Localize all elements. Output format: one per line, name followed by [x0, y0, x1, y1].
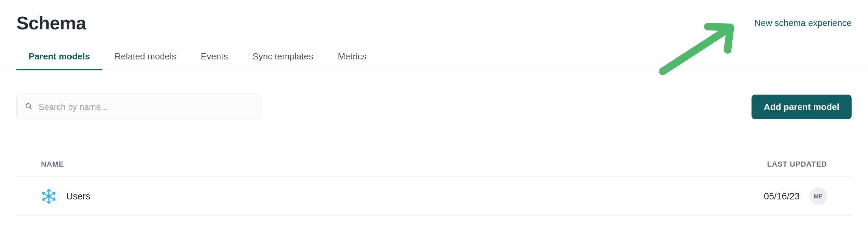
page-header: Schema New schema experience — [16, 0, 852, 33]
svg-line-1 — [30, 107, 31, 109]
new-schema-experience-link[interactable]: New schema experience — [754, 18, 852, 28]
table-row[interactable]: Users 05/16/23 ME — [16, 177, 852, 216]
table-header-row: NAME LAST UPDATED — [16, 152, 852, 177]
snowflake-icon — [41, 189, 57, 204]
tab-related-models[interactable]: Related models — [114, 51, 176, 70]
search-icon — [25, 102, 32, 111]
avatar: ME — [809, 187, 827, 205]
row-updated-cell: 05/16/23 ME — [764, 187, 827, 205]
tab-metrics[interactable]: Metrics — [338, 51, 367, 70]
column-header-last-updated: LAST UPDATED — [767, 160, 827, 169]
tab-sync-templates[interactable]: Sync templates — [252, 51, 313, 70]
models-table: NAME LAST UPDATED — [16, 152, 852, 216]
row-name-label: Users — [66, 191, 91, 202]
add-parent-model-button[interactable]: Add parent model — [752, 95, 852, 119]
tab-parent-models[interactable]: Parent models — [29, 51, 90, 70]
schema-page: Schema New schema experience Parent mode… — [0, 0, 868, 251]
tab-events[interactable]: Events — [201, 51, 228, 70]
row-name-cell: Users — [41, 189, 764, 204]
column-header-name: NAME — [41, 160, 767, 169]
toolbar: Add parent model — [16, 95, 852, 119]
search-field-wrapper[interactable] — [16, 95, 261, 119]
search-input[interactable] — [38, 102, 252, 112]
tabs-bar: Parent models Related models Events Sync… — [16, 51, 852, 70]
row-last-updated: 05/16/23 — [764, 191, 800, 202]
page-title: Schema — [16, 12, 86, 33]
